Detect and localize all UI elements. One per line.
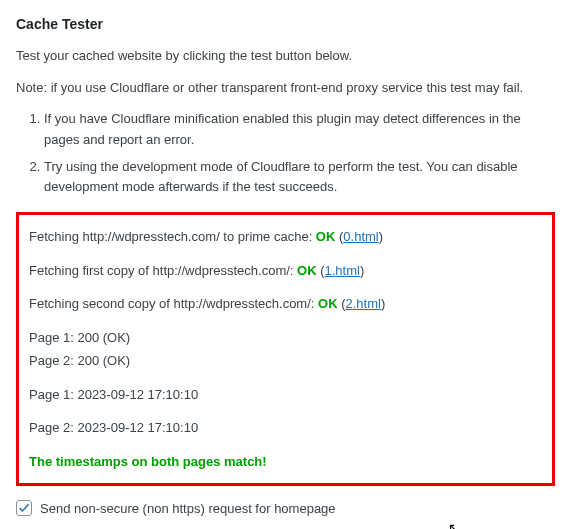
fetch-first-line: Fetching first copy of http://wdpresstec… [29, 261, 542, 281]
fetch-prime-status: OK [316, 229, 336, 244]
non-secure-checkbox[interactable] [16, 500, 32, 516]
note-text: Note: if you use Cloudflare or other tra… [16, 78, 555, 98]
tips-list: If you have Cloudflare minification enab… [16, 109, 555, 198]
mouse-cursor-icon: ↖ [448, 520, 460, 529]
tip-item: If you have Cloudflare minification enab… [44, 109, 555, 151]
checkbox-label: Send non-secure (non https) request for … [40, 501, 336, 516]
fetch-prime-prefix: Fetching http://wdpresstech.com/ to prim… [29, 229, 316, 244]
page2-status-line: Page 2: 200 (OK) [29, 351, 542, 371]
timestamps-match-msg: The timestamps on both pages match! [29, 452, 542, 472]
section-heading: Cache Tester [16, 16, 555, 32]
fetch-first-prefix: Fetching first copy of http://wdpresstec… [29, 263, 297, 278]
intro-text: Test your cached website by clicking the… [16, 46, 555, 66]
fetch-second-link[interactable]: 2.html [346, 296, 381, 311]
fetch-first-link[interactable]: 1.html [325, 263, 360, 278]
tip-item: Try using the development mode of Cloudf… [44, 157, 555, 199]
page1-timestamp-line: Page 1: 2023-09-12 17:10:10 [29, 385, 542, 405]
fetch-second-status: OK [318, 296, 338, 311]
checkbox-row: Send non-secure (non https) request for … [16, 500, 555, 516]
fetch-prime-link[interactable]: 0.html [343, 229, 378, 244]
page2-timestamp-line: Page 2: 2023-09-12 17:10:10 [29, 418, 542, 438]
fetch-second-line: Fetching second copy of http://wdpresste… [29, 294, 542, 314]
checkmark-icon [18, 502, 30, 514]
fetch-second-prefix: Fetching second copy of http://wdpresste… [29, 296, 318, 311]
fetch-first-status: OK [297, 263, 317, 278]
test-results-box: Fetching http://wdpresstech.com/ to prim… [16, 212, 555, 486]
fetch-prime-line: Fetching http://wdpresstech.com/ to prim… [29, 227, 542, 247]
page1-status-line: Page 1: 200 (OK) [29, 328, 542, 348]
